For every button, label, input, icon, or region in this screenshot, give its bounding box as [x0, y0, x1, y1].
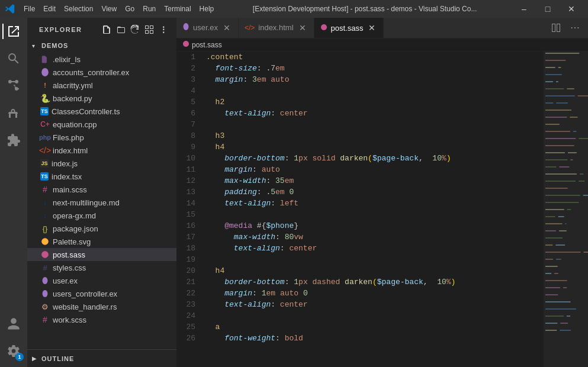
tab-post-sass-close[interactable]: ✕ [367, 22, 377, 33]
file-tree: ▾ DEMOS .elixir_ls accounts_controller.e… [27, 38, 176, 349]
sidebar: EXPLORER ⋮ ▾ DEMOS [27, 18, 176, 367]
close-button[interactable]: ✕ [560, 0, 583, 18]
minimap[interactable] [544, 51, 588, 367]
svg-icon [40, 237, 50, 246]
tab-index-html-close[interactable]: ✕ [297, 22, 308, 33]
more-tabs-button[interactable]: ⋯ [567, 20, 583, 36]
tree-item-classes-controller[interactable]: TS ClassesController.ts [27, 105, 176, 118]
tab-index-html-label: index.html [258, 23, 293, 32]
tree-item-equation[interactable]: C+ equation.cpp [27, 118, 176, 131]
tab-index-html[interactable]: </> index.html ✕ [239, 18, 314, 38]
python-icon: 🐍 [40, 94, 50, 103]
tree-item-name: package.json [53, 224, 98, 233]
md-icon2: ↓ [40, 211, 50, 220]
elixir-folder-icon [40, 54, 50, 64]
demos-label: DEMOS [41, 42, 68, 49]
tree-item-name: .elixir_ls [53, 55, 81, 64]
tree-item-name: next-multilingue.md [53, 198, 120, 207]
tree-item-website-rs[interactable]: ⚙ website_handler.rs [27, 300, 176, 313]
menu-file[interactable]: File [20, 4, 38, 14]
tree-item-next-md[interactable]: ↓ next-multilingue.md [27, 196, 176, 209]
tree-item-palette-svg[interactable]: Palette.svg [27, 235, 176, 248]
tree-item-backend[interactable]: 🐍 backend.py [27, 92, 176, 105]
svg-point-2 [43, 277, 48, 284]
menu-view[interactable]: View [98, 4, 120, 14]
tsx-icon: TS [40, 172, 49, 181]
js-icon: JS [40, 159, 49, 168]
md-icon: ↓ [40, 198, 50, 207]
maximize-button[interactable]: □ [536, 0, 560, 18]
new-folder-icon[interactable] [115, 24, 127, 36]
tree-item-index-tsx[interactable]: TS index.tsx [27, 170, 176, 183]
tree-item-package-json[interactable]: {} package.json [27, 222, 176, 235]
editor-area: user.ex ✕ </> index.html ✕ post.sass ✕ ⋯ [176, 18, 588, 367]
tree-item-name: index.js [52, 159, 78, 168]
tab-index-html-icon: </> [245, 24, 255, 32]
menu-run[interactable]: Run [139, 4, 159, 14]
tab-bar: user.ex ✕ </> index.html ✕ post.sass ✕ ⋯ [176, 18, 588, 38]
tree-item-name: user.ex [53, 276, 78, 285]
collapse-all-icon[interactable] [143, 24, 155, 36]
sidebar-header-actions: ⋮ [101, 24, 169, 36]
tab-post-sass[interactable]: post.sass ✕ [314, 18, 384, 38]
tab-user-ex[interactable]: user.ex ✕ [176, 18, 239, 38]
tab-user-ex-label: user.ex [193, 23, 218, 32]
title-bar: File Edit Selection View Go Run Terminal… [0, 0, 588, 18]
activity-explorer[interactable] [2, 20, 25, 43]
tree-item-user-ex[interactable]: user.ex [27, 274, 176, 287]
activity-run-debug[interactable] [2, 102, 25, 124]
tree-item-index-js[interactable]: JS index.js [27, 157, 176, 170]
tree-item-styles-css[interactable]: # styles.css [27, 261, 176, 274]
more-options-icon[interactable]: ⋮ [158, 24, 169, 36]
elixir-ex-icon [40, 67, 50, 77]
activity-source-control[interactable] [2, 75, 25, 97]
outline-label: OUTLINE [41, 355, 74, 362]
minimize-button[interactable]: – [512, 0, 536, 18]
menu-edit[interactable]: Edit [40, 4, 59, 14]
tree-item-name: accounts_controller.ex [53, 68, 129, 77]
demos-section-header[interactable]: ▾ DEMOS [27, 38, 176, 53]
scss-icon2: # [40, 315, 50, 324]
tree-item-files-php[interactable]: php Files.php [27, 131, 176, 144]
new-file-icon[interactable] [101, 24, 113, 36]
yaml-icon: ! [40, 81, 50, 90]
tab-user-ex-close[interactable]: ✕ [221, 22, 232, 33]
refresh-icon[interactable] [129, 24, 141, 36]
tree-item-users-controller[interactable]: users_controller.ex [27, 287, 176, 300]
tree-item-work-scss[interactable]: # work.scss [27, 313, 176, 326]
svg-point-3 [43, 290, 48, 297]
tree-item-post-sass[interactable]: post.sass [27, 248, 176, 261]
activity-settings[interactable]: 1 [2, 340, 25, 362]
css-icon: # [40, 263, 50, 272]
code-area[interactable]: .content font-size: .7em margin: 3em aut… [201, 51, 544, 367]
breadcrumb: post.sass [176, 38, 588, 51]
activity-search[interactable] [2, 47, 25, 70]
rust-icon: ⚙ [40, 302, 50, 311]
activity-extensions[interactable] [2, 129, 25, 152]
sidebar-header: EXPLORER ⋮ [27, 18, 176, 38]
tree-item-name: users_controller.ex [53, 289, 117, 298]
breadcrumb-path: post.sass [192, 41, 222, 49]
menu-selection[interactable]: Selection [60, 4, 97, 14]
line-numbers: 12345 678910 1112131415 1617181920 21222… [176, 51, 201, 367]
menu-help[interactable]: Help [196, 4, 218, 14]
menu-terminal[interactable]: Terminal [160, 4, 194, 14]
tree-item-main-scss[interactable]: # main.scss [27, 183, 176, 196]
tree-item-opera-md[interactable]: ↓ opera-gx.md [27, 209, 176, 222]
tree-item-elixir-ls[interactable]: .elixir_ls [27, 53, 176, 66]
tree-item-index-html[interactable]: </> index.html [27, 144, 176, 157]
demos-arrow-icon: ▾ [32, 43, 39, 49]
activity-account[interactable] [2, 313, 25, 335]
outline-section[interactable]: ▶ OUTLINE [27, 349, 176, 367]
tree-item-name: Palette.svg [53, 237, 91, 246]
svg-point-1 [41, 238, 49, 245]
split-editor-button[interactable] [548, 20, 564, 36]
php-icon: php [40, 133, 50, 142]
tab-post-sass-label: post.sass [331, 24, 364, 33]
tree-item-accounts[interactable]: accounts_controller.ex [27, 66, 176, 79]
tree-item-name: post.sass [53, 250, 85, 259]
menu-go[interactable]: Go [121, 4, 138, 14]
outline-arrow-icon: ▶ [32, 355, 39, 362]
tree-item-alacritty[interactable]: ! alacritty.yml [27, 79, 176, 92]
sass-icon [40, 250, 50, 259]
